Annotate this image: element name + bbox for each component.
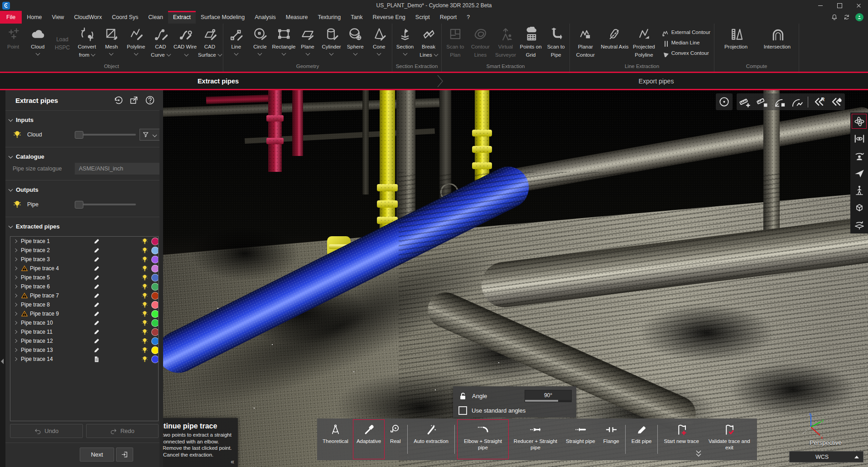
- menu-item-script[interactable]: Script: [410, 11, 435, 24]
- menu-item-file[interactable]: File: [0, 11, 22, 24]
- angle-input[interactable]: 90°: [525, 390, 572, 402]
- outputs-section-header[interactable]: Outputs: [5, 180, 163, 196]
- pipe-trace-row[interactable]: Pipe trace 10: [10, 318, 158, 327]
- pipe-color-swatch[interactable]: [151, 337, 159, 345]
- menu-item-analysis[interactable]: Analysis: [250, 11, 281, 24]
- visibility-bulb-icon[interactable]: [141, 301, 149, 309]
- notifications-icon[interactable]: [831, 14, 839, 21]
- edit-pencil-icon[interactable]: [93, 247, 100, 254]
- hide-dimensions-icon[interactable]: R: [813, 96, 825, 108]
- ribbon-button-rectangle[interactable]: Rectangle: [272, 24, 296, 62]
- edge-dimension-icon[interactable]: [756, 96, 768, 108]
- edit-pencil-icon[interactable]: [93, 310, 100, 317]
- chevron-right-icon[interactable]: [14, 267, 17, 270]
- ribbon-button-external-contour[interactable]: External Contour: [661, 29, 710, 36]
- cloud-filter-button[interactable]: [140, 129, 162, 141]
- mode-button-theoretical[interactable]: Theoretical: [319, 419, 352, 459]
- nav-fly-button[interactable]: [852, 166, 866, 180]
- ribbon-button-polyline[interactable]: Polyline: [124, 24, 148, 62]
- nav-constrained-orbit-button[interactable]: [852, 131, 866, 146]
- ribbon-button-line[interactable]: Line: [224, 24, 248, 62]
- pipe-trace-row[interactable]: Pipe trace 6: [10, 282, 158, 291]
- ribbon-button-planar-contour[interactable]: Planar Contour: [571, 24, 600, 62]
- menu-item-help[interactable]: ?: [462, 11, 475, 24]
- pipe-color-swatch[interactable]: [151, 292, 159, 300]
- pipe-trace-row[interactable]: Pipe trace 7: [10, 291, 158, 300]
- pipe-color-swatch[interactable]: [151, 274, 159, 282]
- coordinate-system-button[interactable]: WCS: [789, 451, 863, 462]
- visibility-bulb-icon[interactable]: [141, 328, 149, 336]
- edit-pencil-icon[interactable]: [93, 301, 100, 308]
- edit-pencil-icon[interactable]: [93, 337, 100, 345]
- edit-pencil-icon[interactable]: [93, 274, 100, 281]
- pipe-trace-row[interactable]: Pipe trace 9: [10, 309, 158, 318]
- mode-button-edit-pipe[interactable]: Edit pipe: [628, 419, 656, 459]
- tab-export-pipes[interactable]: Export pipes: [444, 73, 868, 89]
- chevron-right-icon[interactable]: [14, 330, 17, 334]
- pipe-trace-row[interactable]: Pipe trace 13: [10, 345, 158, 355]
- menu-item-surface-modeling[interactable]: Surface Modeling: [196, 11, 250, 24]
- report-page-icon[interactable]: [93, 355, 100, 363]
- toolbar-collapse-chevrons-icon[interactable]: [694, 448, 704, 460]
- chevron-right-icon[interactable]: [14, 248, 17, 252]
- edit-pencil-icon[interactable]: [93, 265, 100, 272]
- edit-pencil-icon[interactable]: [93, 256, 100, 263]
- ribbon-button-cone[interactable]: Cone: [367, 24, 391, 62]
- ribbon-button-scan-to-pipe[interactable]: Scan to Pipe: [543, 24, 569, 62]
- pipe-color-swatch[interactable]: [151, 310, 159, 318]
- chevron-right-icon[interactable]: [14, 276, 17, 279]
- tab-extract-pipes[interactable]: Extract pipes: [0, 73, 436, 89]
- visibility-bulb-icon[interactable]: [141, 283, 149, 291]
- ribbon-button-neutral-axis[interactable]: Neutral Axis: [600, 24, 630, 62]
- ribbon-button-cloud[interactable]: Cloud: [25, 24, 50, 62]
- mode-button-straight-pipe[interactable]: Straight pipe: [562, 419, 599, 459]
- lock-open-icon[interactable]: [458, 392, 468, 401]
- ribbon-button-cad-surface[interactable]: CAD Surface: [198, 24, 222, 62]
- pipe-trace-row[interactable]: Pipe trace 1: [10, 237, 158, 246]
- reset-history-icon[interactable]: [113, 95, 123, 105]
- cloud-opacity-slider[interactable]: [75, 134, 136, 136]
- visibility-bulb-icon[interactable]: [141, 346, 149, 354]
- redo-button[interactable]: Redo: [86, 424, 159, 438]
- ribbon-button-convert-from[interactable]: Convert from: [75, 24, 99, 62]
- collapse-panel-arrow[interactable]: [1, 359, 4, 364]
- pipe-color-swatch[interactable]: [151, 355, 159, 363]
- panel-scrollbar[interactable]: [159, 110, 163, 467]
- menu-item-coord-sys[interactable]: Coord Sys: [107, 11, 143, 24]
- close-button[interactable]: [849, 0, 868, 11]
- account-avatar[interactable]: [855, 13, 863, 21]
- pipe-trace-row[interactable]: Pipe trace 3: [10, 255, 158, 264]
- edit-pencil-icon[interactable]: [93, 319, 100, 326]
- ribbon-button-projection[interactable]: Projection: [715, 24, 757, 62]
- minimize-button[interactable]: [811, 0, 830, 11]
- menu-item-clean[interactable]: Clean: [143, 11, 168, 24]
- pipe-color-swatch[interactable]: [151, 238, 159, 245]
- inputs-section-header[interactable]: Inputs: [5, 111, 163, 126]
- chevron-right-icon[interactable]: [14, 357, 17, 361]
- ribbon-button-points-on-grid[interactable]: Points on Grid: [518, 24, 544, 62]
- ribbon-button-mesh[interactable]: Mesh: [99, 24, 124, 62]
- chevron-right-icon[interactable]: [14, 339, 17, 343]
- pipe-color-swatch[interactable]: [151, 247, 159, 254]
- pipe-color-swatch[interactable]: [151, 283, 159, 291]
- pipe-color-swatch[interactable]: [151, 265, 159, 272]
- chevron-right-icon[interactable]: [14, 312, 17, 316]
- ribbon-button-scan-to-plan[interactable]: Scan to Plan: [443, 24, 468, 62]
- edit-pencil-icon[interactable]: [93, 328, 100, 336]
- maximize-button[interactable]: [830, 0, 849, 11]
- pipe-color-swatch[interactable]: [151, 346, 159, 354]
- mode-button-auto-extraction[interactable]: Auto extraction: [410, 419, 452, 459]
- ribbon-button-circle[interactable]: Circle: [248, 24, 272, 62]
- ribbon-button-median-line[interactable]: Median Line: [661, 39, 710, 47]
- pipe-color-swatch[interactable]: [151, 328, 159, 336]
- ribbon-button-sphere[interactable]: Sphere: [343, 24, 367, 62]
- chevron-right-icon[interactable]: [14, 348, 17, 352]
- instruction-collapse-button[interactable]: «: [231, 458, 234, 465]
- visibility-bulb-icon[interactable]: [141, 337, 149, 345]
- pipe-trace-row[interactable]: Pipe trace 5: [10, 273, 158, 282]
- ribbon-button-cylinder[interactable]: Cylinder: [319, 24, 343, 62]
- edit-pencil-icon[interactable]: [93, 238, 100, 245]
- angle-slider-track[interactable]: [525, 400, 571, 402]
- menu-item-texturing[interactable]: Texturing: [313, 11, 346, 24]
- ribbon-button-break-lines[interactable]: Break Lines: [417, 24, 440, 62]
